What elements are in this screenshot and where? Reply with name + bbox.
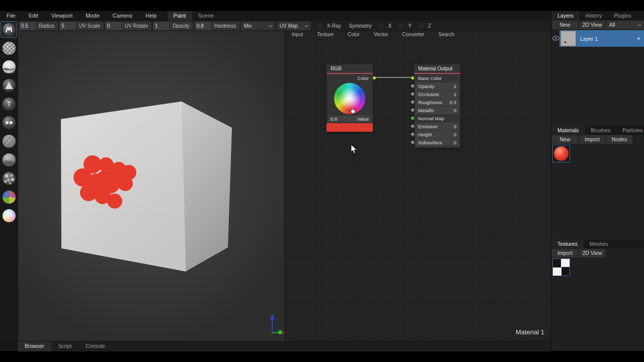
app-window: File Edit Viewport Mode Camera Help Pain…: [0, 0, 644, 362]
menu-help[interactable]: Help: [139, 11, 164, 21]
rgb-color-output-socket[interactable]: [372, 76, 376, 80]
rgb-node-title[interactable]: RGB: [327, 64, 373, 73]
input-socket[interactable]: [411, 140, 415, 144]
radius-field[interactable]: 0.5 Radius: [19, 22, 58, 30]
tool-fill[interactable]: [1, 58, 17, 75]
tab-scene[interactable]: Scene: [192, 11, 220, 21]
input-socket[interactable]: [411, 100, 415, 104]
node-menu-vector[interactable]: Vector: [367, 31, 395, 39]
node-menu-converter[interactable]: Converter: [395, 31, 431, 39]
input-socket[interactable]: [411, 84, 415, 88]
menu-file[interactable]: File: [0, 11, 22, 21]
tool-picker[interactable]: [1, 207, 17, 224]
value-slider[interactable]: 0.8 Value: [328, 116, 371, 122]
uv-rotate-field[interactable]: 0 UV Rotate: [105, 22, 151, 30]
node-input-row[interactable]: Subsurface 0: [416, 139, 459, 146]
tab-particles[interactable]: Particles: [616, 126, 644, 135]
node-menu-input[interactable]: Input: [285, 31, 310, 39]
layer-selected-area[interactable]: Layer 1 +: [559, 30, 644, 47]
tool-brush[interactable]: [1, 21, 17, 38]
opacity-value[interactable]: 1: [153, 22, 169, 30]
node-input-row[interactable]: Occlusion 1: [416, 90, 459, 98]
opacity-field[interactable]: 1 Opacity: [153, 22, 193, 30]
layer-thumbnail[interactable]: [560, 31, 576, 46]
node-editor[interactable]: Input Texture Color Vector Converter Sea…: [284, 31, 551, 341]
radius-value[interactable]: 0.5: [19, 22, 35, 30]
node-menu-texture[interactable]: Texture: [310, 31, 341, 39]
input-socket[interactable]: [411, 124, 415, 128]
tool-clone[interactable]: [1, 114, 17, 131]
uv-rotate-value[interactable]: 0: [105, 22, 121, 30]
xray-checkbox[interactable]: [316, 23, 323, 29]
import-material-button[interactable]: Import: [579, 135, 605, 144]
node-menu-search[interactable]: Search: [431, 31, 461, 39]
uv-map-dropdown[interactable]: UV Map: [277, 22, 311, 30]
tool-eraser[interactable]: [1, 40, 17, 56]
input-socket[interactable]: [411, 116, 415, 120]
tab-console[interactable]: Console: [78, 341, 112, 351]
tool-colorid[interactable]: [1, 189, 17, 205]
dropdown-arrow-icon: [638, 25, 641, 26]
layer-filter-dropdown[interactable]: All: [606, 21, 644, 29]
import-texture-button[interactable]: Import: [552, 249, 578, 257]
tab-script[interactable]: Script: [51, 341, 79, 351]
input-socket[interactable]: [411, 76, 415, 80]
tool-particle[interactable]: [1, 170, 17, 187]
texture-2d-view-button[interactable]: 2D View: [579, 249, 605, 257]
symmetry-y-checkbox[interactable]: [397, 23, 404, 29]
tool-text[interactable]: T: [1, 96, 17, 112]
menu-viewport[interactable]: Viewport: [45, 11, 79, 21]
row-label: Emission: [418, 123, 438, 130]
input-socket[interactable]: [411, 108, 415, 112]
node-input-row[interactable]: Emission 0: [416, 123, 459, 130]
material-output-node[interactable]: Material Output Base Color Opacity 1 Occ…: [414, 64, 460, 148]
tab-layers[interactable]: Layers: [551, 11, 580, 20]
uv-scale-field[interactable]: 5 UV Scale: [59, 22, 104, 30]
new-material-button[interactable]: New: [552, 135, 578, 144]
tool-decal[interactable]: [1, 77, 17, 94]
color-swatch[interactable]: [327, 123, 373, 132]
tab-materials[interactable]: Materials: [551, 126, 585, 135]
layer-row[interactable]: Layer 1 +: [551, 30, 644, 47]
tab-paint[interactable]: Paint: [168, 11, 192, 21]
uv-scale-value[interactable]: 5: [59, 22, 75, 30]
tool-blur[interactable]: [1, 133, 17, 149]
hardness-field[interactable]: 0.8 Hardness: [195, 22, 239, 30]
node-input-row[interactable]: Roughness 0.3: [416, 99, 459, 106]
eye-wrap[interactable]: [552, 36, 559, 42]
tab-brushes[interactable]: Brushes: [585, 126, 617, 135]
nodes-button[interactable]: Nodes: [606, 135, 632, 144]
symmetry-x-checkbox[interactable]: [377, 23, 384, 29]
add-icon[interactable]: +: [637, 35, 640, 42]
menu-edit[interactable]: Edit: [22, 11, 45, 21]
node-input-row[interactable]: Metallic 0: [416, 107, 459, 114]
color-wheel[interactable]: [334, 83, 365, 114]
material-output-title[interactable]: Material Output: [414, 64, 460, 73]
eraser-icon: [3, 42, 16, 55]
cube-mesh[interactable]: [18, 31, 285, 341]
node-input-row[interactable]: Height 0: [416, 131, 459, 138]
layer-name[interactable]: Layer 1: [580, 36, 598, 42]
color-wheel-selector[interactable]: [351, 109, 355, 114]
tab-history[interactable]: History: [580, 11, 608, 20]
node-menu-color[interactable]: Color: [341, 31, 367, 39]
rgb-node[interactable]: RGB Color 0.8 Value: [327, 64, 373, 132]
tab-browser[interactable]: Browser: [18, 341, 51, 351]
menu-camera[interactable]: Camera: [106, 11, 139, 21]
hardness-value[interactable]: 0.8: [195, 22, 211, 30]
input-socket[interactable]: [411, 132, 415, 136]
new-layer-button[interactable]: New: [552, 21, 578, 29]
blend-mode-dropdown[interactable]: Mix: [241, 22, 275, 30]
tool-smudge[interactable]: [1, 151, 17, 168]
texture-thumbnail[interactable]: [552, 258, 570, 276]
node-input-row[interactable]: Opacity 1: [416, 82, 459, 90]
menu-mode[interactable]: Mode: [79, 11, 106, 21]
tab-meshes[interactable]: Meshes: [584, 239, 614, 248]
material-thumbnail[interactable]: [552, 145, 570, 162]
tab-plugins[interactable]: Plugins: [608, 11, 637, 20]
input-socket[interactable]: [411, 92, 415, 96]
viewport-3d[interactable]: [18, 31, 285, 341]
tab-textures[interactable]: Textures: [551, 239, 584, 248]
symmetry-z-checkbox[interactable]: [418, 23, 424, 29]
2d-view-button[interactable]: 2D View: [579, 21, 605, 29]
